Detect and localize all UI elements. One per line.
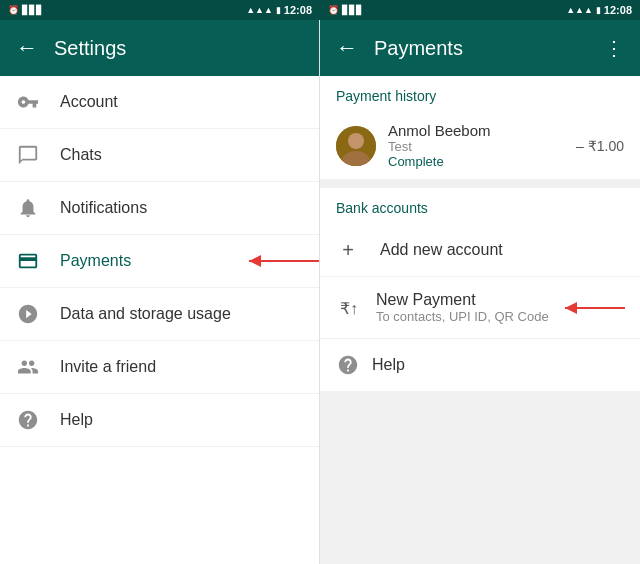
- payments-icon: [16, 249, 40, 273]
- signal-icon: ▲▲▲: [246, 5, 273, 15]
- add-account-label: Add new account: [380, 241, 503, 259]
- new-payment-item[interactable]: ₹↑ New Payment To contacts, UPI ID, QR C…: [320, 277, 640, 339]
- payment-info: Anmol Beebom Test Complete: [388, 122, 564, 169]
- right-status-icons: ⏰ ▊▊▊: [328, 5, 363, 15]
- divider-1: [320, 180, 640, 188]
- settings-title: Settings: [54, 37, 126, 60]
- payment-history-section-header: Payment history: [320, 76, 640, 112]
- right-signal-icon: ▲▲▲: [566, 5, 593, 15]
- left-status-bar: ⏰ ▊▊▊ ▲▲▲ ▮ 12:08: [0, 0, 320, 20]
- payment-amount: – ₹1.00: [576, 138, 624, 154]
- invite-icon: [16, 355, 40, 379]
- new-payment-red-arrow: [560, 296, 630, 320]
- menu-item-notifications[interactable]: Notifications: [0, 182, 319, 235]
- invite-label: Invite a friend: [60, 358, 156, 376]
- right-wifi-icon: ▊▊▊: [342, 5, 363, 15]
- payment-status: Complete: [388, 154, 564, 169]
- chat-icon: [16, 143, 40, 167]
- bottom-gray-area: [320, 392, 640, 564]
- left-status-right-icons: ▲▲▲ ▮ 12:08: [246, 4, 312, 16]
- right-status-right-icons: ▲▲▲ ▮ 12:08: [566, 4, 632, 16]
- payment-desc: Test: [388, 139, 564, 154]
- right-battery-icon: ▮: [596, 5, 601, 15]
- rupee-icon: ₹↑: [336, 294, 364, 322]
- app-wrapper: ⏰ ▊▊▊ ▲▲▲ ▮ 12:08 ⏰ ▊▊▊ ▲▲▲ ▮ 12:08: [0, 0, 640, 564]
- right-alarm-icon: ⏰: [328, 5, 339, 15]
- left-header: ← Settings: [0, 20, 319, 76]
- right-time: 12:08: [604, 4, 632, 16]
- menu-item-data[interactable]: Data and storage usage: [0, 288, 319, 341]
- payments-red-arrow: [244, 249, 319, 273]
- bell-icon: [16, 196, 40, 220]
- menu-item-help[interactable]: Help: [0, 394, 319, 447]
- key-icon: [16, 90, 40, 114]
- right-status-bar: ⏰ ▊▊▊ ▲▲▲ ▮ 12:08: [320, 0, 640, 20]
- add-account-item[interactable]: + Add new account: [320, 224, 640, 277]
- menu-item-account[interactable]: Account: [0, 76, 319, 129]
- notifications-label: Notifications: [60, 199, 147, 217]
- help-right-label: Help: [372, 356, 405, 374]
- payment-name: Anmol Beebom: [388, 122, 564, 139]
- data-label: Data and storage usage: [60, 305, 231, 323]
- right-back-button[interactable]: ←: [336, 37, 358, 59]
- payments-label: Payments: [60, 252, 131, 270]
- add-icon: +: [336, 238, 360, 262]
- account-label: Account: [60, 93, 118, 111]
- help-icon: [16, 408, 40, 432]
- status-bars: ⏰ ▊▊▊ ▲▲▲ ▮ 12:08 ⏰ ▊▊▊ ▲▲▲ ▮ 12:08: [0, 0, 640, 20]
- bank-accounts-section-header: Bank accounts: [320, 188, 640, 224]
- more-options-icon[interactable]: ⋮: [604, 36, 624, 60]
- menu-item-invite[interactable]: Invite a friend: [0, 341, 319, 394]
- avatar-image: [336, 126, 376, 166]
- svg-point-3: [348, 133, 364, 149]
- menu-item-chats[interactable]: Chats: [0, 129, 319, 182]
- alarm-icon: ⏰: [8, 5, 19, 15]
- panels-wrapper: ← Settings Account: [0, 20, 640, 564]
- wifi-icon: ▊▊▊: [22, 5, 43, 15]
- settings-menu: Account Chats: [0, 76, 319, 564]
- payments-page-title: Payments: [374, 37, 588, 60]
- left-time: 12:08: [284, 4, 312, 16]
- right-header: ← Payments ⋮: [320, 20, 640, 76]
- payment-history-item[interactable]: Anmol Beebom Test Complete – ₹1.00: [320, 112, 640, 180]
- battery-icon: ▮: [276, 5, 281, 15]
- chats-label: Chats: [60, 146, 102, 164]
- svg-text:₹↑: ₹↑: [340, 300, 358, 317]
- menu-item-payments[interactable]: Payments: [0, 235, 319, 288]
- left-panel: ← Settings Account: [0, 20, 320, 564]
- right-panel: ← Payments ⋮ Payment history: [320, 20, 640, 564]
- left-back-button[interactable]: ←: [16, 37, 38, 59]
- help-item[interactable]: Help: [320, 339, 640, 392]
- help-left-label: Help: [60, 411, 93, 429]
- left-status-icons: ⏰ ▊▊▊: [8, 5, 43, 15]
- data-icon: [16, 302, 40, 326]
- avatar: [336, 126, 376, 166]
- help-right-icon: [336, 353, 360, 377]
